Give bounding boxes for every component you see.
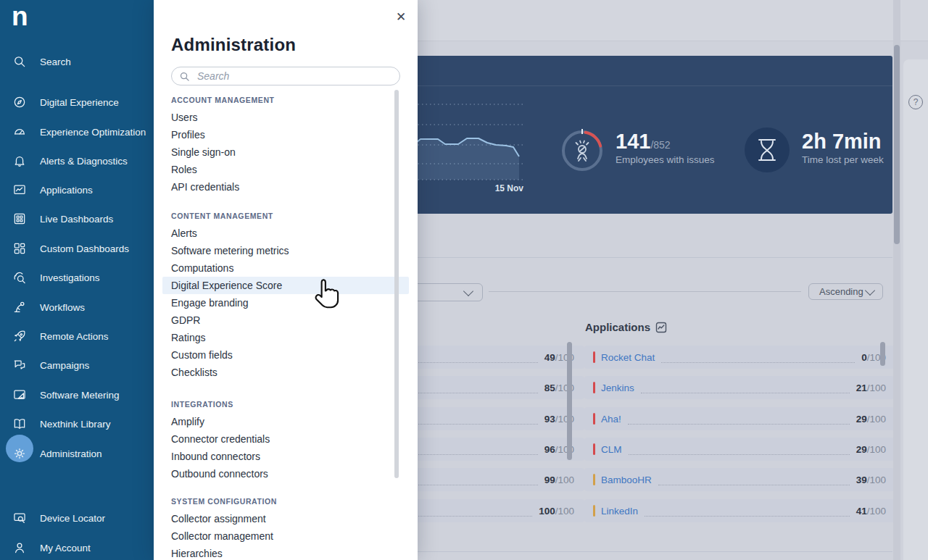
panel-item-checklists[interactable]: Checklists — [162, 364, 409, 381]
application-link[interactable]: Rocket Chat — [601, 352, 655, 363]
panel-item-ratings[interactable]: Ratings — [162, 329, 409, 346]
application-link[interactable]: LinkedIn — [601, 506, 638, 517]
sidebar-item-campaigns[interactable]: Campaigns — [0, 351, 154, 380]
panel-item-collector-assignment[interactable]: Collector assignment — [162, 510, 409, 527]
panel-item-amplify[interactable]: Amplify — [162, 413, 409, 430]
sidebar-item-label: Remote Actions — [40, 331, 109, 342]
applications-title: Applications — [585, 321, 650, 333]
fingerprint-search-icon — [12, 269, 28, 285]
sidebar-item-digital-experience[interactable]: Digital Experience — [0, 88, 154, 117]
row-score: 21 — [856, 383, 867, 393]
employees-gauge-icon — [560, 128, 604, 172]
row-score-suffix: /100 — [555, 506, 574, 517]
application-row[interactable]: CLM29/100 — [584, 438, 895, 461]
sidebar-item-label: Applications — [40, 185, 93, 196]
panel-item-single-sign-on[interactable]: Single sign-on — [162, 143, 409, 161]
sidebar-item-label: Nexthink Library — [40, 419, 111, 430]
sort-order-dropdown[interactable]: Ascending — [808, 283, 883, 300]
kpi-employees: 141/852 Employees with issues — [616, 131, 715, 165]
help-icon[interactable]: ? — [908, 95, 923, 109]
grid-tiles-icon — [12, 211, 28, 227]
sidebar-item-investigations[interactable]: Investigations — [0, 263, 154, 292]
sidebar-item-software-metering[interactable]: Software Metering — [0, 380, 154, 409]
nexthink-logo[interactable]: n — [12, 3, 28, 30]
sidebar-item-label: Campaigns — [40, 360, 89, 371]
status-accent-bar — [593, 382, 595, 393]
panel-scrollbar[interactable] — [394, 90, 399, 478]
sidebar-item-custom-dashboards[interactable]: Custom Dashboards — [0, 234, 154, 263]
panel-item-digital-experience-score[interactable]: Digital Experience Score — [162, 277, 409, 294]
panel-item-users[interactable]: Users — [162, 109, 409, 126]
panel-item-computations[interactable]: Computations — [162, 259, 409, 277]
admin-search-input[interactable] — [196, 70, 392, 83]
sidebar-item-remote-actions[interactable]: Remote Actions — [0, 322, 154, 351]
panel-item-profiles[interactable]: Profiles — [162, 126, 409, 143]
app-window-chart-icon — [12, 182, 28, 198]
panel-item-alerts[interactable]: Alerts — [162, 225, 409, 242]
application-row[interactable]: BambooHR39/100 — [584, 468, 895, 491]
panel-title: Administration — [171, 35, 400, 55]
section-header: CONTENT MANAGEMENT — [171, 212, 400, 220]
row-score: 39 — [856, 475, 867, 485]
gauge-icon — [12, 124, 28, 140]
sidebar-item-live-dashboards[interactable]: Live Dashboards — [0, 204, 154, 233]
panel-item-hierarchies[interactable]: Hierarchies — [162, 545, 409, 560]
application-link[interactable]: Jenkins — [601, 383, 634, 393]
panel-item-engage-branding[interactable]: Engage branding — [162, 294, 409, 312]
sidebar-item-my-account[interactable]: My Account — [0, 533, 154, 560]
panel-item-outbound-connectors[interactable]: Outbound connectors — [162, 465, 409, 482]
row-score: 99 — [544, 475, 555, 485]
panel-item-api-credentials[interactable]: API credentials — [162, 178, 409, 196]
dotted-leader — [658, 474, 850, 485]
panel-item-gdpr[interactable]: GDPR — [162, 312, 409, 329]
bell-icon — [12, 153, 28, 169]
admin-search-box[interactable] — [171, 67, 400, 85]
sidebar-item-label: Device Locator — [40, 513, 105, 524]
panel-item-custom-fields[interactable]: Custom fields — [162, 346, 409, 364]
time-lost-caption: Time lost per week — [802, 154, 884, 165]
page-scrollbar-thumb[interactable] — [894, 45, 900, 244]
application-row[interactable]: Aha!29/100 — [584, 407, 895, 430]
row-score: 29 — [856, 414, 867, 425]
connector-line — [489, 291, 801, 292]
employees-caption: Employees with issues — [616, 154, 715, 165]
app-window: 15 Nov 141/852 Em — [0, 0, 928, 560]
compass-icon — [12, 94, 28, 110]
kpi-time-lost: 2h 7min Time lost per week — [802, 131, 884, 165]
panel-item-collector-management[interactable]: Collector management — [162, 527, 409, 545]
application-row[interactable]: Rocket Chat0/100 — [584, 346, 895, 369]
row-score-suffix: /100 — [867, 444, 886, 455]
sidebar-item-alerts-diagnostics[interactable]: Alerts & Diagnostics — [0, 146, 154, 175]
sidebar-item-administration[interactable]: Administration — [0, 439, 154, 468]
sidebar-item-device-locator[interactable]: Device Locator — [0, 503, 154, 532]
application-link[interactable]: CLM — [601, 444, 622, 455]
hourglass-icon — [745, 128, 790, 172]
application-row[interactable]: Jenkins21/100 — [584, 376, 895, 399]
metering-icon — [12, 387, 28, 403]
sidebar-item-applications[interactable]: Applications — [0, 175, 154, 204]
left-list-scrollbar[interactable] — [567, 342, 572, 460]
administration-panel: ✕ Administration ACCOUNT MANAGEMENT User… — [154, 0, 418, 560]
row-score-suffix: /100 — [867, 506, 886, 517]
applications-list-scrollbar[interactable] — [880, 342, 885, 366]
sidebar-item-workflows[interactable]: Workflows — [0, 293, 154, 322]
device-locator-icon — [12, 510, 28, 526]
section-header: INTEGRATIONS — [171, 400, 400, 409]
chat-bubbles-icon — [12, 357, 28, 373]
panel-item-connector-credentials[interactable]: Connector credentials — [162, 430, 409, 448]
status-accent-bar — [593, 474, 595, 485]
sidebar-item-label: Search — [40, 57, 71, 67]
sidebar-item-nexthink-library[interactable]: Nexthink Library — [0, 409, 154, 438]
trend-chart-icon[interactable] — [655, 322, 667, 333]
status-accent-bar — [593, 505, 595, 517]
application-link[interactable]: BambooHR — [601, 475, 652, 485]
panel-item-inbound-connectors[interactable]: Inbound connectors — [162, 448, 409, 465]
row-score-suffix: /100 — [555, 475, 574, 485]
panel-item-software-metering-metrics[interactable]: Software metering metrics — [162, 242, 409, 259]
application-row[interactable]: LinkedIn41/100 — [584, 499, 895, 522]
row-score-suffix: /100 — [867, 414, 886, 425]
application-link[interactable]: Aha! — [601, 414, 621, 425]
panel-item-roles[interactable]: Roles — [162, 161, 409, 178]
sidebar-item-experience-optimization[interactable]: Experience Optimization — [0, 117, 154, 146]
sidebar-item-search[interactable]: Search — [0, 47, 154, 76]
